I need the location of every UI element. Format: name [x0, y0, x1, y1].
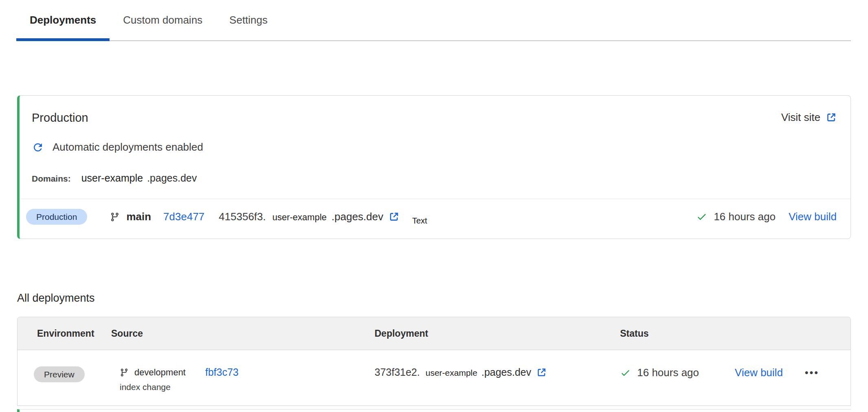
- refresh-icon: [32, 141, 44, 153]
- git-branch-icon: [110, 212, 120, 222]
- deployment-url-link[interactable]: 415356f3. user-example .pages.dev: [219, 210, 399, 223]
- table-row: Preview development fbf3c73 index change…: [18, 350, 850, 406]
- deployment-cell: 373f31e2. user-example .pages.dev: [375, 350, 620, 378]
- production-deployment-row: Production main 7d3e477 415356f3. user-e…: [20, 199, 850, 234]
- production-card-title: Production: [32, 111, 88, 125]
- branch-name: main: [126, 210, 151, 223]
- deployment-url-name: user-example: [272, 212, 327, 223]
- tab-custom-domains[interactable]: Custom domains: [110, 0, 216, 40]
- tab-custom-domains-label: Custom domains: [123, 14, 202, 26]
- external-link-icon: [826, 112, 837, 123]
- check-icon: [696, 211, 707, 222]
- commit-link[interactable]: fbf3c73: [205, 366, 239, 378]
- deployment-time: 16 hours ago: [714, 210, 776, 223]
- tab-deployments-label: Deployments: [30, 14, 96, 26]
- external-link-icon: [388, 211, 399, 222]
- source-branch-line: development fbf3c73: [120, 366, 375, 378]
- tab-settings-label: Settings: [229, 14, 267, 26]
- tab-bar: Deployments Custom domains Settings: [16, 0, 851, 41]
- source-cell: development fbf3c73 index change: [111, 350, 375, 392]
- environment-cell: Preview: [37, 350, 111, 382]
- next-card-cutoff: [17, 409, 851, 412]
- git-branch-icon: [120, 368, 129, 377]
- deployment-url-name: user-example: [425, 368, 477, 378]
- auto-deployments-text: Automatic deployments enabled: [53, 141, 203, 153]
- domains-label: Domains:: [32, 174, 71, 184]
- deployment-status: 16 hours ago View build: [696, 210, 837, 223]
- view-build-link[interactable]: View build: [735, 366, 783, 379]
- commit-message: index change: [120, 382, 375, 392]
- domains-line: Domains: user-example .pages.dev: [32, 172, 850, 184]
- production-card-header: Production Visit site: [20, 96, 850, 125]
- domain-name: user-example: [81, 172, 143, 184]
- production-card: Production Visit site Automatic deployme…: [17, 95, 851, 239]
- check-icon: [620, 368, 631, 378]
- column-header-status: Status: [620, 328, 838, 339]
- environment-badge: Production: [26, 209, 87, 225]
- deployment-time: 16 hours ago: [637, 366, 699, 379]
- view-build-link[interactable]: View build: [789, 210, 837, 223]
- commit-link[interactable]: 7d3e477: [163, 210, 204, 223]
- tab-deployments[interactable]: Deployments: [16, 0, 110, 40]
- column-header-environment: Environment: [37, 328, 111, 339]
- environment-badge: Preview: [34, 366, 85, 382]
- tab-settings[interactable]: Settings: [216, 0, 281, 40]
- all-deployments-title: All deployments: [17, 292, 868, 305]
- deployment-url-suffix: .pages.dev: [481, 366, 531, 378]
- status-cell: 16 hours ago View build •••: [620, 350, 838, 379]
- active-tab-indicator: [16, 38, 110, 41]
- table-header-row: Environment Source Deployment Status: [18, 317, 850, 350]
- auto-deployments-status: Automatic deployments enabled: [32, 141, 850, 153]
- external-link-icon: [536, 367, 547, 378]
- visit-site-label: Visit site: [781, 111, 820, 124]
- column-header-source: Source: [111, 328, 375, 339]
- more-options-icon[interactable]: •••: [805, 368, 819, 378]
- deployment-url-link[interactable]: 373f31e2. user-example .pages.dev: [375, 366, 620, 378]
- deployment-url-id: 373f31e2.: [375, 366, 420, 378]
- deployment-url-id: 415356f3.: [219, 210, 266, 223]
- visit-site-link[interactable]: Visit site: [781, 111, 837, 124]
- redaction-note: Text: [412, 216, 427, 226]
- deployments-table: Environment Source Deployment Status Pre…: [17, 317, 851, 406]
- deployment-url-suffix: .pages.dev: [331, 210, 383, 223]
- column-header-deployment: Deployment: [375, 328, 620, 339]
- branch-name: development: [134, 367, 186, 378]
- domain-suffix: .pages.dev: [147, 172, 197, 184]
